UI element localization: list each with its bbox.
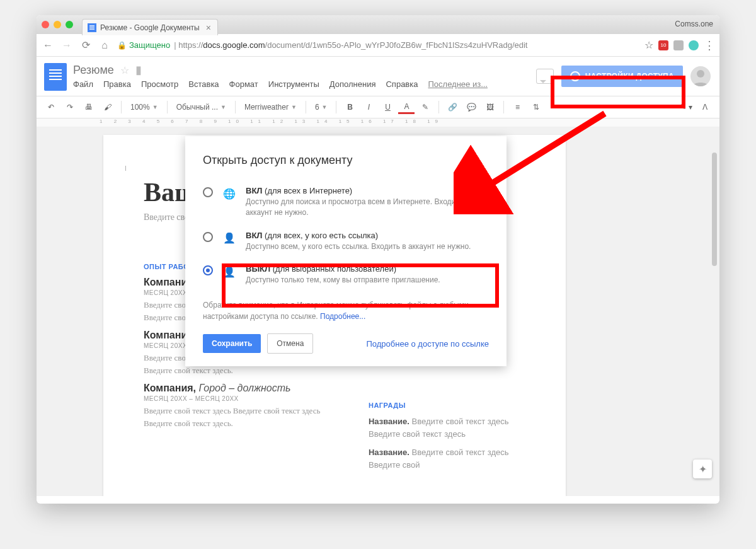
share-button-label: НАСТРОЙКИ ДОСТУПА — [585, 72, 674, 81]
insert-image-button[interactable]: 🖼 — [482, 99, 498, 115]
url-path: /document/d/1wn55o-APlo_wYrPJ0foZB6w_fFb… — [265, 40, 528, 50]
link-sharing-details-link[interactable]: Подробнее о доступе по ссылке — [366, 339, 489, 349]
document-title[interactable]: Резюме — [73, 64, 114, 77]
paint-format-button[interactable]: 🖌 — [100, 99, 116, 115]
person-icon: 👤 — [222, 264, 237, 279]
menu-help[interactable]: Справка — [386, 79, 418, 89]
explore-button[interactable]: ✦ — [693, 459, 712, 478]
menu-addons[interactable]: Дополнения — [329, 79, 376, 89]
share-option-public[interactable]: 🌐 ВКЛ (для всех в Интернете) Доступно дл… — [203, 180, 489, 224]
text-color-button[interactable]: A — [398, 100, 415, 114]
learn-more-link[interactable]: Подробнее... — [320, 312, 365, 321]
dialog-note: Обратите внимание, что в Интернете можно… — [203, 299, 489, 322]
style-dropdown[interactable]: Обычный ...▼ — [173, 99, 230, 115]
award-entry: Название. Введите свой текст здесь Введи… — [369, 446, 525, 471]
menu-view[interactable]: Просмотр — [141, 79, 178, 89]
browser-menu-button[interactable]: ⋮ — [704, 38, 714, 52]
svg-point-0 — [697, 70, 704, 78]
menu-file[interactable]: Файл — [73, 79, 93, 89]
share-option-link[interactable]: 👤 ВКЛ (для всех, у кого есть ссылка) Дос… — [203, 224, 489, 258]
ruler: 1 2 3 4 5 6 7 8 9 10 11 12 13 14 15 16 1… — [37, 118, 719, 127]
bold-button[interactable]: B — [341, 99, 358, 115]
docs-header: Резюме ☆ ▮ Файл Правка Просмотр Вставка … — [37, 57, 719, 91]
zoom-dropdown[interactable]: 100%▼ — [127, 99, 162, 115]
extension-icon-3[interactable] — [689, 40, 699, 50]
align-button[interactable]: ≡ — [509, 99, 525, 115]
secure-label: Защищено — [129, 40, 170, 50]
link-person-icon: 👤 — [222, 231, 237, 246]
move-folder-icon[interactable]: ▮ — [135, 63, 142, 77]
vertical-scrollbar[interactable] — [711, 127, 718, 496]
extension-icon-1[interactable]: 10 — [658, 40, 668, 50]
menu-tools[interactable]: Инструменты — [268, 79, 319, 89]
browser-tab[interactable]: Резюме - Google Документы × — [82, 19, 218, 35]
tab-title: Резюме - Google Документы — [100, 23, 200, 32]
docs-logo-icon[interactable] — [44, 63, 67, 91]
font-dropdown[interactable]: Merriweather▼ — [241, 99, 301, 115]
job-entry: Компания, Город – должность МЕСЯЦ 20XX –… — [144, 383, 343, 429]
formatting-toolbar: ↶ ↷ 🖶 🖌 100%▼ Обычный ...▼ Merriweather▼… — [37, 96, 719, 118]
cancel-button[interactable]: Отмена — [267, 333, 313, 354]
back-button[interactable]: ← — [42, 40, 54, 51]
url-field[interactable]: 🔒 Защищено | https://docs.google.com/doc… — [117, 40, 638, 50]
account-avatar[interactable] — [690, 66, 711, 86]
last-edit-link[interactable]: Последнее из... — [428, 79, 488, 89]
menu-format[interactable]: Формат — [229, 79, 258, 89]
menu-edit[interactable]: Правка — [103, 79, 131, 89]
radio-icon[interactable] — [203, 232, 213, 242]
undo-button[interactable]: ↶ — [43, 99, 59, 115]
docs-favicon-icon — [88, 23, 96, 32]
radio-icon[interactable] — [203, 187, 213, 197]
tab-close-button[interactable]: × — [206, 23, 211, 32]
menu-insert[interactable]: Вставка — [188, 79, 219, 89]
maximize-window-button[interactable] — [66, 21, 73, 28]
address-bar: ← → ⟳ ⌂ 🔒 Защищено | https://docs.google… — [37, 34, 719, 57]
url-prefix: https:// — [178, 40, 203, 50]
forward-button[interactable]: → — [60, 40, 73, 51]
bookmark-star-icon[interactable]: ☆ — [644, 39, 653, 51]
italic-button[interactable]: I — [360, 99, 377, 115]
window-controls — [42, 21, 73, 28]
print-button[interactable]: 🖶 — [81, 99, 97, 115]
home-button[interactable]: ⌂ — [98, 40, 111, 51]
dialog-title: Открыть доступ к документу — [203, 154, 489, 167]
window-titlebar: Резюме - Google Документы × Comss.one — [37, 15, 719, 34]
addressbar-actions: ☆ 10 ⋮ — [644, 38, 714, 52]
extension-icon-2[interactable] — [673, 40, 684, 50]
editing-mode-button[interactable]: ✎ ▾ — [678, 99, 694, 115]
redo-button[interactable]: ↷ — [62, 99, 78, 115]
globe-icon — [570, 71, 580, 81]
radio-icon[interactable] — [203, 265, 213, 275]
collapse-toolbar-button[interactable]: ᐱ — [697, 99, 713, 115]
share-button[interactable]: НАСТРОЙКИ ДОСТУПА — [561, 66, 683, 87]
watermark-label: Comss.one — [675, 20, 713, 28]
comments-icon[interactable] — [536, 69, 554, 84]
insert-link-button[interactable]: 🔗 — [444, 99, 461, 115]
close-window-button[interactable] — [42, 21, 49, 28]
award-entry: Название. Введите свой текст здесь Введи… — [369, 415, 525, 440]
globe-icon: 🌐 — [222, 186, 237, 201]
minimize-window-button[interactable] — [54, 21, 61, 28]
insert-comment-button[interactable]: 💬 — [463, 99, 479, 115]
url-host: docs.google.com — [203, 40, 265, 50]
save-button[interactable]: Сохранить — [203, 334, 261, 353]
underline-button[interactable]: U — [379, 99, 396, 115]
share-dialog: Открыть доступ к документу 🌐 ВКЛ (для вс… — [185, 136, 507, 366]
more-toolbar-button[interactable]: ⋯ — [547, 99, 563, 115]
reload-button[interactable]: ⟳ — [79, 39, 92, 51]
share-option-private[interactable]: 👤 ВЫКЛ (для выбранных пользователей) Дос… — [203, 258, 489, 292]
star-document-icon[interactable]: ☆ — [120, 64, 129, 76]
line-spacing-button[interactable]: ⇅ — [528, 99, 544, 115]
font-size-dropdown[interactable]: 6▼ — [311, 99, 331, 115]
lock-icon: 🔒 — [117, 41, 127, 50]
highlight-button[interactable]: ✎ — [417, 99, 433, 115]
section-awards: НАГРАДЫ — [369, 402, 525, 409]
